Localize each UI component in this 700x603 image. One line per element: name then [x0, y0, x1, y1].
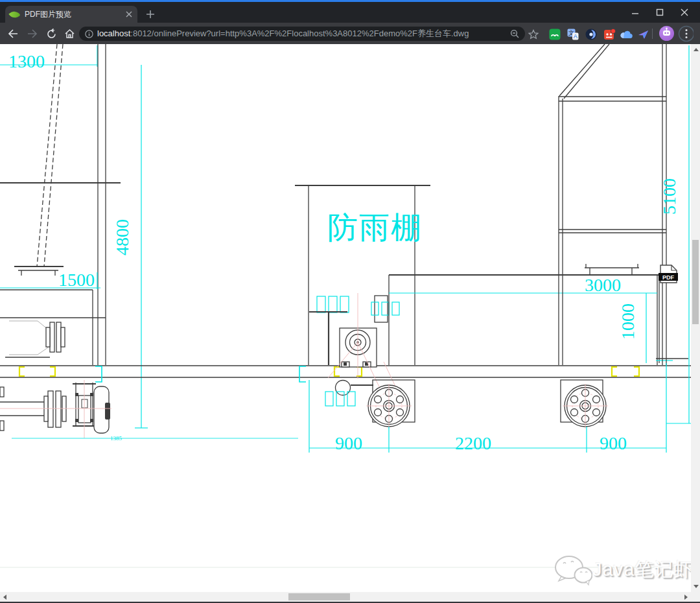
scrollbar-corner	[691, 592, 700, 602]
tab-title: PDF图片预览	[25, 9, 126, 20]
pdf-button-label: PDF	[662, 274, 675, 281]
page-content: 1300 4800 1500	[0, 44, 691, 592]
page-info-icon[interactable]	[85, 30, 93, 38]
tab-pdf-preview[interactable]: PDF图片预览	[5, 6, 137, 23]
profile-avatar[interactable]	[659, 26, 674, 41]
dim-900-right: 900	[600, 433, 627, 453]
dim-900-left: 900	[335, 433, 362, 453]
cad-drawing: 1300 4800 1500	[0, 44, 691, 592]
shelter-label: 防雨棚	[327, 210, 423, 244]
back-button[interactable]	[6, 27, 19, 40]
watermark-text: Java笔记虾	[592, 557, 693, 583]
dim-5100: 5100	[659, 178, 679, 215]
horizontal-scrollbar[interactable]	[0, 592, 691, 602]
dim-4800: 4800	[112, 219, 132, 255]
tab-close-icon[interactable]	[126, 11, 132, 18]
close-button[interactable]	[671, 2, 697, 23]
translate-extension-icon[interactable]: 文A	[566, 28, 579, 41]
tab-bar: PDF图片预览	[0, 2, 700, 23]
cloud-extension-icon[interactable]	[620, 28, 633, 41]
url-bar[interactable]: localhost:8012/onlinePreview?url=http%3A…	[79, 27, 525, 41]
dim-1500: 1500	[58, 270, 95, 290]
rain-shelter-view: 防雨棚	[295, 185, 430, 418]
ground-rails	[0, 366, 691, 382]
dim-1300: 1300	[8, 51, 45, 71]
minimize-button[interactable]	[622, 2, 648, 23]
scroll-right-arrow[interactable]	[684, 595, 688, 600]
rail-clamp-yellow	[19, 367, 25, 376]
tampermonkey-extension-icon[interactable]	[548, 28, 561, 41]
url-host: localhost	[97, 29, 130, 38]
scroll-up-arrow[interactable]	[694, 48, 699, 51]
url-text: localhost:8012/onlinePreview?url=http%3A…	[97, 28, 510, 40]
dark-sphere-extension-icon[interactable]	[585, 28, 598, 41]
wheels	[325, 380, 608, 429]
url-path: :8012/onlinePreview?url=http%3A%2F%2Floc…	[130, 29, 469, 38]
left-end-view: 1300 4800 1500	[0, 44, 298, 442]
rail-clamp-cyan	[95, 366, 102, 382]
forward-button[interactable]	[26, 27, 39, 40]
window-controls	[609, 2, 700, 23]
dim-2200: 2200	[455, 433, 491, 453]
pdf-download-button[interactable]: PDF	[659, 265, 678, 283]
red-grid-extension-icon[interactable]	[603, 28, 616, 41]
browser-menu-icon[interactable]	[678, 26, 694, 41]
scroll-down-arrow[interactable]	[694, 585, 699, 588]
browser-window: { "browser": { "tab_title": "PDF图片预览", "…	[0, 0, 700, 603]
maximize-button[interactable]	[647, 2, 673, 23]
toolbar-separator	[652, 29, 653, 39]
home-button[interactable]	[63, 27, 76, 40]
svg-text:A: A	[574, 33, 578, 40]
zoom-icon[interactable]	[510, 29, 519, 38]
vertical-scroll-thumb[interactable]	[692, 240, 699, 324]
flatbed: 3000 1000	[389, 264, 688, 365]
new-tab-button[interactable]	[145, 9, 156, 19]
scroll-left-arrow[interactable]	[3, 595, 6, 600]
watermark: Java笔记虾	[552, 554, 693, 586]
spring-leaf-favicon	[8, 8, 20, 20]
horizontal-scroll-thumb[interactable]	[288, 593, 350, 600]
vertical-scrollbar[interactable]	[691, 44, 700, 592]
dim-3000: 3000	[585, 275, 621, 295]
bookmark-star-icon[interactable]	[527, 28, 540, 41]
right-frame-view: 5100	[559, 44, 691, 423]
wechat-icon	[552, 554, 592, 586]
reload-button[interactable]	[45, 27, 58, 40]
dim-1385: 1385	[110, 435, 122, 442]
dim-1000: 1000	[618, 303, 638, 340]
bird-extension-icon[interactable]	[637, 28, 650, 41]
